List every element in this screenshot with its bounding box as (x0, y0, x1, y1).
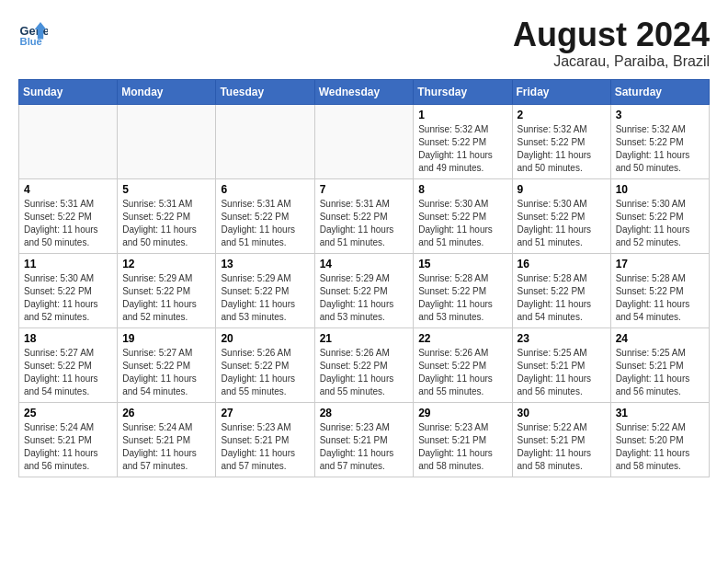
calendar-cell: 15Sunrise: 5:28 AM Sunset: 5:22 PM Dayli… (414, 254, 512, 328)
day-info: Sunrise: 5:30 AM Sunset: 5:22 PM Dayligh… (24, 272, 112, 324)
day-number: 20 (221, 332, 309, 345)
calendar-week-3: 11Sunrise: 5:30 AM Sunset: 5:22 PM Dayli… (19, 254, 710, 328)
day-number: 2 (518, 109, 606, 121)
day-info: Sunrise: 5:28 AM Sunset: 5:22 PM Dayligh… (616, 272, 704, 324)
day-info: Sunrise: 5:30 AM Sunset: 5:22 PM Dayligh… (418, 198, 506, 249)
day-info: Sunrise: 5:23 AM Sunset: 5:21 PM Dayligh… (418, 421, 506, 473)
day-number: 19 (122, 332, 210, 345)
day-info: Sunrise: 5:28 AM Sunset: 5:22 PM Dayligh… (518, 272, 606, 324)
day-info: Sunrise: 5:32 AM Sunset: 5:22 PM Dayligh… (616, 123, 704, 175)
calendar-cell: 31Sunrise: 5:22 AM Sunset: 5:20 PM Dayli… (610, 403, 709, 477)
calendar-cell: 29Sunrise: 5:23 AM Sunset: 5:21 PM Dayli… (414, 403, 512, 477)
day-info: Sunrise: 5:24 AM Sunset: 5:21 PM Dayligh… (24, 421, 112, 473)
day-number: 24 (616, 332, 704, 345)
day-info: Sunrise: 5:29 AM Sunset: 5:22 PM Dayligh… (320, 272, 409, 324)
day-number: 30 (518, 407, 606, 419)
day-number: 13 (221, 258, 309, 270)
day-info: Sunrise: 5:32 AM Sunset: 5:22 PM Dayligh… (518, 123, 606, 175)
day-info: Sunrise: 5:26 AM Sunset: 5:22 PM Dayligh… (221, 347, 309, 398)
calendar-cell: 7Sunrise: 5:31 AM Sunset: 5:22 PM Daylig… (314, 179, 414, 254)
weekday-friday: Friday (512, 80, 610, 105)
calendar-cell: 10Sunrise: 5:30 AM Sunset: 5:22 PM Dayli… (610, 179, 709, 254)
calendar-cell: 8Sunrise: 5:30 AM Sunset: 5:22 PM Daylig… (414, 179, 512, 254)
day-info: Sunrise: 5:32 AM Sunset: 5:22 PM Dayligh… (418, 123, 506, 175)
weekday-saturday: Saturday (610, 80, 709, 105)
day-info: Sunrise: 5:29 AM Sunset: 5:22 PM Dayligh… (221, 272, 309, 324)
day-info: Sunrise: 5:26 AM Sunset: 5:22 PM Dayligh… (418, 347, 506, 398)
calendar-cell: 19Sunrise: 5:27 AM Sunset: 5:22 PM Dayli… (118, 328, 216, 403)
day-info: Sunrise: 5:30 AM Sunset: 5:22 PM Dayligh… (616, 198, 704, 249)
calendar-cell: 9Sunrise: 5:30 AM Sunset: 5:22 PM Daylig… (512, 179, 610, 254)
calendar-cell (118, 105, 216, 179)
weekday-header-row: SundayMondayTuesdayWednesdayThursdayFrid… (19, 80, 710, 105)
calendar-table: SundayMondayTuesdayWednesdayThursdayFrid… (18, 79, 710, 477)
calendar-cell: 2Sunrise: 5:32 AM Sunset: 5:22 PM Daylig… (512, 105, 610, 179)
day-number: 11 (24, 258, 112, 270)
day-number: 5 (122, 183, 210, 196)
day-info: Sunrise: 5:31 AM Sunset: 5:22 PM Dayligh… (221, 198, 309, 249)
day-info: Sunrise: 5:31 AM Sunset: 5:22 PM Dayligh… (122, 198, 210, 249)
day-info: Sunrise: 5:31 AM Sunset: 5:22 PM Dayligh… (320, 198, 409, 249)
calendar-cell (314, 105, 414, 179)
calendar-cell: 27Sunrise: 5:23 AM Sunset: 5:21 PM Dayli… (216, 403, 314, 477)
calendar-cell: 30Sunrise: 5:22 AM Sunset: 5:21 PM Dayli… (512, 403, 610, 477)
day-number: 3 (616, 109, 704, 121)
month-title: August 2024 (513, 18, 710, 52)
day-number: 21 (320, 332, 409, 345)
calendar-cell: 5Sunrise: 5:31 AM Sunset: 5:22 PM Daylig… (118, 179, 216, 254)
calendar-cell: 28Sunrise: 5:23 AM Sunset: 5:21 PM Dayli… (314, 403, 414, 477)
calendar-cell: 23Sunrise: 5:25 AM Sunset: 5:21 PM Dayli… (512, 328, 610, 403)
day-number: 8 (418, 183, 506, 196)
day-number: 27 (221, 407, 309, 419)
calendar-cell: 18Sunrise: 5:27 AM Sunset: 5:22 PM Dayli… (19, 328, 118, 403)
weekday-tuesday: Tuesday (216, 80, 314, 105)
calendar-cell: 25Sunrise: 5:24 AM Sunset: 5:21 PM Dayli… (19, 403, 118, 477)
calendar-cell: 22Sunrise: 5:26 AM Sunset: 5:22 PM Dayli… (414, 328, 512, 403)
day-number: 6 (221, 183, 309, 196)
day-number: 10 (616, 183, 704, 196)
calendar-cell: 6Sunrise: 5:31 AM Sunset: 5:22 PM Daylig… (216, 179, 314, 254)
logo: General Blue (18, 18, 48, 48)
calendar-cell (216, 105, 314, 179)
weekday-monday: Monday (118, 80, 216, 105)
day-number: 17 (616, 258, 704, 270)
day-info: Sunrise: 5:22 AM Sunset: 5:21 PM Dayligh… (518, 421, 606, 473)
title-area: August 2024 Jacarau, Paraiba, Brazil (513, 18, 710, 70)
weekday-thursday: Thursday (414, 80, 512, 105)
day-info: Sunrise: 5:28 AM Sunset: 5:22 PM Dayligh… (418, 272, 506, 324)
day-number: 14 (320, 258, 409, 270)
day-info: Sunrise: 5:31 AM Sunset: 5:22 PM Dayligh… (24, 198, 112, 249)
calendar-cell (19, 105, 118, 179)
day-info: Sunrise: 5:27 AM Sunset: 5:22 PM Dayligh… (122, 347, 210, 398)
calendar-cell: 26Sunrise: 5:24 AM Sunset: 5:21 PM Dayli… (118, 403, 216, 477)
day-number: 12 (122, 258, 210, 270)
calendar-cell: 17Sunrise: 5:28 AM Sunset: 5:22 PM Dayli… (610, 254, 709, 328)
day-number: 28 (320, 407, 409, 419)
day-info: Sunrise: 5:29 AM Sunset: 5:22 PM Dayligh… (122, 272, 210, 324)
calendar-cell: 16Sunrise: 5:28 AM Sunset: 5:22 PM Dayli… (512, 254, 610, 328)
calendar-cell: 4Sunrise: 5:31 AM Sunset: 5:22 PM Daylig… (19, 179, 118, 254)
weekday-wednesday: Wednesday (314, 80, 414, 105)
weekday-sunday: Sunday (19, 80, 118, 105)
day-number: 23 (518, 332, 606, 345)
day-number: 1 (418, 109, 506, 121)
day-info: Sunrise: 5:30 AM Sunset: 5:22 PM Dayligh… (518, 198, 606, 249)
day-info: Sunrise: 5:25 AM Sunset: 5:21 PM Dayligh… (518, 347, 606, 398)
day-number: 22 (418, 332, 506, 345)
calendar-week-4: 18Sunrise: 5:27 AM Sunset: 5:22 PM Dayli… (19, 328, 710, 403)
day-number: 18 (24, 332, 112, 345)
calendar-cell: 12Sunrise: 5:29 AM Sunset: 5:22 PM Dayli… (118, 254, 216, 328)
day-number: 16 (518, 258, 606, 270)
day-info: Sunrise: 5:26 AM Sunset: 5:22 PM Dayligh… (320, 347, 409, 398)
day-info: Sunrise: 5:24 AM Sunset: 5:21 PM Dayligh… (122, 421, 210, 473)
calendar-cell: 21Sunrise: 5:26 AM Sunset: 5:22 PM Dayli… (314, 328, 414, 403)
day-number: 31 (616, 407, 704, 419)
day-number: 9 (518, 183, 606, 196)
day-number: 7 (320, 183, 409, 196)
location-subtitle: Jacarau, Paraiba, Brazil (513, 53, 710, 70)
calendar-week-5: 25Sunrise: 5:24 AM Sunset: 5:21 PM Dayli… (19, 403, 710, 477)
day-number: 4 (24, 183, 112, 196)
calendar-cell: 1Sunrise: 5:32 AM Sunset: 5:22 PM Daylig… (414, 105, 512, 179)
day-info: Sunrise: 5:22 AM Sunset: 5:20 PM Dayligh… (616, 421, 704, 473)
calendar-cell: 24Sunrise: 5:25 AM Sunset: 5:21 PM Dayli… (610, 328, 709, 403)
